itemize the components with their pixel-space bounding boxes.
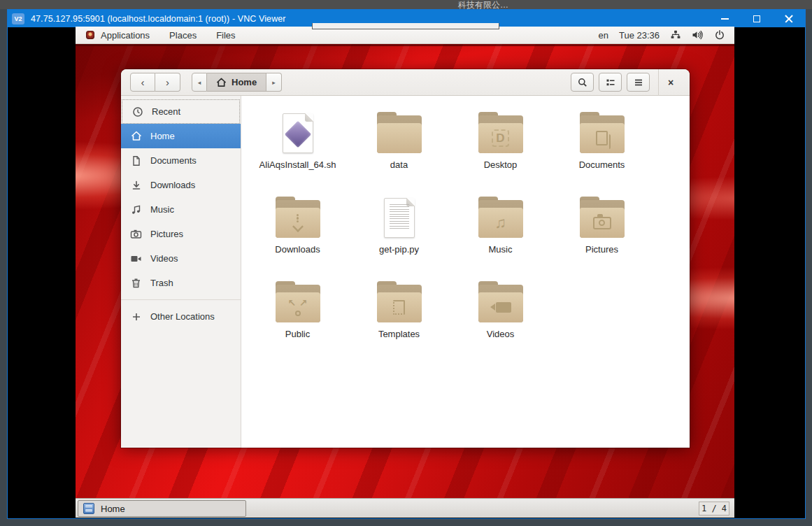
file-item-public[interactable]: ↖↗Public [247,278,348,362]
taskbar-window-button[interactable]: Home [78,500,246,517]
folder-icon [377,115,422,153]
share-emblem-icon: ↖↗ [289,299,307,316]
keyboard-layout-indicator[interactable]: en [598,30,608,41]
folder-icon: D [478,115,523,153]
text-file-icon [384,198,415,238]
sidebar-item-label: Home [150,131,175,141]
taskbar-window-label: Home [101,504,125,514]
file-item-desktop[interactable]: DDesktop [450,108,551,193]
folder-icon [580,200,625,238]
forward-button[interactable]: › [155,73,180,92]
file-item-videos[interactable]: Videos [450,278,551,362]
download-icon [130,180,142,191]
document-icon [130,155,142,166]
desktop-emblem-icon: D [489,130,511,147]
file-manager-icon [83,503,94,514]
sidebar-item-label: Documents [150,155,197,166]
file-name: Public [285,329,310,339]
vnc-window-title: 47.75.127.95:5901 (localhost.localdomain… [31,14,286,24]
volume-icon[interactable] [692,29,704,41]
file-name: get-pip.py [379,244,419,255]
file-name: Downloads [275,244,320,255]
vnc-logo-icon: V2 [12,13,24,24]
sidebar-item-music[interactable]: Music [121,197,241,222]
home-icon [216,78,227,87]
maximize-button[interactable] [741,10,773,27]
camera-icon [130,229,142,239]
file-item-music[interactable]: ♫Music [450,193,551,278]
sidebar-separator [121,299,241,300]
clock[interactable]: Tue 23:36 [619,30,660,41]
sidebar-item-documents[interactable]: Documents [121,148,241,173]
remote-desktop-screen: ApplicationsPlacesFiles en Tue 23:36 ‹ ›… [76,27,734,518]
camera-emblem-icon [593,217,611,229]
folder-icon [276,200,320,238]
background-window-titlebar: 科技有限公… [0,0,812,9]
trash-icon [130,278,142,289]
file-manager-toolbar: ‹ › ◂ Home ▸ [121,69,690,96]
path-scroll-right-button[interactable]: ▸ [266,73,282,92]
file-item-templates[interactable]: Templates [348,278,450,362]
document-emblem-icon [596,131,608,145]
list-view-icon [605,77,616,88]
sidebar-item-recent[interactable]: Recent [122,99,240,124]
network-icon[interactable] [670,29,681,41]
maximize-icon [753,15,760,22]
folder-icon [580,115,625,153]
close-button[interactable] [773,10,805,27]
menu-button[interactable] [627,73,650,92]
breadcrumb-label: Home [232,77,257,87]
plus-icon [130,312,142,322]
file-name: Desktop [484,159,518,170]
search-button[interactable] [571,73,594,92]
menu-icon [633,77,644,88]
template-emblem-icon [393,300,405,315]
file-item-documents[interactable]: Documents [551,108,653,193]
places-sidebar: RecentHomeDocumentsDownloadsMusicPicture… [121,96,241,448]
sidebar-item-downloads[interactable]: Downloads [121,173,241,197]
file-item-downloads[interactable]: Downloads [247,193,348,278]
video-icon [130,254,142,264]
distro-logo-icon [86,31,94,39]
folder-icon: ↖↗ [276,285,320,322]
file-item-aliaqsinstall-64-sh[interactable]: AliAqsInstall_64.sh [247,108,348,193]
file-item-get-pip-py[interactable]: get-pip.py [348,193,450,278]
list-view-button[interactable] [599,73,622,92]
home-icon [130,131,142,141]
file-name: AliAqsInstall_64.sh [259,159,336,170]
sidebar-item-home[interactable]: Home [121,124,241,148]
file-manager-window: ‹ › ◂ Home ▸ [121,69,690,448]
sidebar-item-videos[interactable]: Videos [121,246,241,271]
path-scroll-left-button[interactable]: ◂ [192,73,207,92]
shell-script-icon [283,113,313,153]
file-name: Templates [378,329,420,339]
window-close-button[interactable]: × [659,73,683,92]
file-name: data [390,159,408,170]
minimize-button[interactable] [708,10,741,27]
vnc-toolbar-tab[interactable] [312,23,499,29]
breadcrumb-home-button[interactable]: Home [207,73,266,92]
sidebar-item-trash[interactable]: Trash [121,271,241,295]
sidebar-item-label: Music [150,204,174,215]
folder-icon [377,285,422,322]
sidebar-item-other-locations[interactable]: Other Locations [121,304,241,329]
file-item-data[interactable]: data [348,108,450,193]
menu-applications[interactable]: Applications [101,28,159,43]
file-list-area[interactable]: AliAqsInstall_64.shdataDDesktopDocuments… [241,96,690,448]
sidebar-item-pictures[interactable]: Pictures [121,222,241,246]
power-icon[interactable] [714,29,725,41]
file-name: Music [489,244,513,255]
menu-places[interactable]: Places [169,28,206,43]
sidebar-item-label: Recent [152,106,180,117]
back-button[interactable]: ‹ [130,73,155,92]
minimize-icon [721,18,729,20]
workspace-indicator[interactable]: 1 / 4 [699,502,729,516]
video-emblem-icon [496,302,511,313]
sidebar-item-label: Trash [150,278,173,288]
menu-files[interactable]: Files [216,28,245,43]
search-icon [577,77,588,88]
folder-icon [478,285,523,322]
music-icon [130,204,142,215]
file-name: Videos [487,329,515,339]
file-item-pictures[interactable]: Pictures [551,193,653,278]
